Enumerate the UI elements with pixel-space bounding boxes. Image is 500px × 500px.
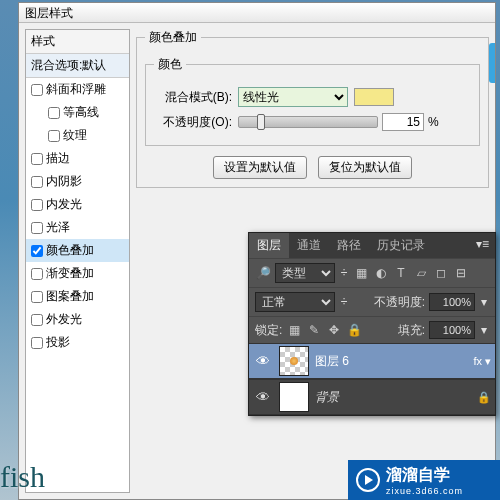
layer-row[interactable]: 👁图层 6fx ▾ bbox=[249, 343, 495, 379]
sidebar-item-7[interactable]: 颜色叠加 bbox=[26, 239, 129, 262]
sidebar-item-0[interactable]: 斜面和浮雕 bbox=[26, 78, 129, 101]
dropdown-arrow-icon: ÷ bbox=[339, 266, 349, 280]
visibility-icon[interactable]: 👁 bbox=[253, 389, 273, 405]
sidebar-item-label: 投影 bbox=[46, 334, 70, 351]
sidebar-item-label: 颜色叠加 bbox=[46, 242, 94, 259]
layer-row[interactable]: 👁背景🔒 bbox=[249, 379, 495, 415]
tab-paths[interactable]: 路径 bbox=[329, 233, 369, 258]
sidebar-checkbox-1[interactable] bbox=[48, 107, 60, 119]
sidebar-header[interactable]: 样式 bbox=[26, 30, 129, 54]
lock-move-icon[interactable]: ✥ bbox=[326, 322, 342, 338]
fill-value[interactable]: 100% bbox=[429, 321, 475, 339]
sidebar-item-1[interactable]: 等高线 bbox=[26, 101, 129, 124]
lock-label: 锁定: bbox=[255, 322, 282, 339]
play-icon bbox=[356, 468, 380, 492]
panel-menu-icon[interactable]: ▾≡ bbox=[470, 233, 495, 258]
layer-thumbnail[interactable] bbox=[279, 346, 309, 376]
sidebar-item-label: 光泽 bbox=[46, 219, 70, 236]
sidebar-item-3[interactable]: 描边 bbox=[26, 147, 129, 170]
group-title: 颜色叠加 bbox=[145, 29, 201, 46]
watermark-url: zixue.3d66.com bbox=[386, 486, 463, 496]
sidebar-checkbox-0[interactable] bbox=[31, 84, 43, 96]
opacity-panel-label: 不透明度: bbox=[374, 294, 425, 311]
sidebar-item-9[interactable]: 图案叠加 bbox=[26, 285, 129, 308]
filter-toggle-icon[interactable]: ⊟ bbox=[453, 265, 469, 281]
sidebar-checkbox-11[interactable] bbox=[31, 337, 43, 349]
right-stripe bbox=[489, 43, 495, 83]
sidebar-item-4[interactable]: 内阴影 bbox=[26, 170, 129, 193]
sidebar-checkbox-7[interactable] bbox=[31, 245, 43, 257]
style-sidebar: 样式 混合选项:默认 斜面和浮雕等高线纹理描边内阴影内发光光泽颜色叠加渐变叠加图… bbox=[25, 29, 130, 493]
search-icon[interactable]: 🔎 bbox=[255, 265, 271, 281]
fx-icon[interactable]: fx ▾ bbox=[473, 355, 491, 368]
sidebar-checkbox-8[interactable] bbox=[31, 268, 43, 280]
watermark-brand: 溜溜自学 bbox=[386, 465, 463, 486]
filter-smart-icon[interactable]: ◻ bbox=[433, 265, 449, 281]
sidebar-item-label: 图案叠加 bbox=[46, 288, 94, 305]
opacity-label: 不透明度(O): bbox=[154, 114, 232, 131]
watermark: 溜溜自学 zixue.3d66.com bbox=[348, 460, 500, 500]
blend-mode-panel-select[interactable]: 正常 bbox=[255, 292, 335, 312]
filter-adjust-icon[interactable]: ◐ bbox=[373, 265, 389, 281]
reset-default-button[interactable]: 复位为默认值 bbox=[318, 156, 412, 179]
filter-shape-icon[interactable]: ▱ bbox=[413, 265, 429, 281]
fish-logo: fish bbox=[0, 460, 45, 494]
lock-brush-icon[interactable]: ✎ bbox=[306, 322, 322, 338]
layers-list: 👁图层 6fx ▾👁背景🔒 bbox=[249, 343, 495, 415]
sidebar-checkbox-2[interactable] bbox=[48, 130, 60, 142]
color-group-title: 颜色 bbox=[154, 56, 186, 73]
sidebar-checkbox-5[interactable] bbox=[31, 199, 43, 211]
layer-thumbnail[interactable] bbox=[279, 382, 309, 412]
sidebar-item-10[interactable]: 外发光 bbox=[26, 308, 129, 331]
opacity-panel-value[interactable]: 100% bbox=[429, 293, 475, 311]
sidebar-item-label: 内发光 bbox=[46, 196, 82, 213]
sidebar-item-label: 描边 bbox=[46, 150, 70, 167]
window-title: 图层样式 bbox=[19, 3, 495, 23]
layer-name[interactable]: 背景 bbox=[315, 389, 471, 406]
sidebar-item-label: 外发光 bbox=[46, 311, 82, 328]
color-overlay-group: 颜色叠加 颜色 混合模式(B): 线性光 不透明度(O): 15 % bbox=[136, 29, 489, 188]
sidebar-item-label: 斜面和浮雕 bbox=[46, 81, 106, 98]
blend-mode-select[interactable]: 线性光 bbox=[238, 87, 348, 107]
layers-panel: 图层 通道 路径 历史记录 ▾≡ 🔎 类型 ÷ ▦ ◐ T ▱ ◻ ⊟ 正常 ÷… bbox=[248, 232, 496, 416]
sidebar-blend-default[interactable]: 混合选项:默认 bbox=[26, 54, 129, 78]
sidebar-checkbox-4[interactable] bbox=[31, 176, 43, 188]
sidebar-item-2[interactable]: 纹理 bbox=[26, 124, 129, 147]
filter-image-icon[interactable]: ▦ bbox=[353, 265, 369, 281]
opacity-unit: % bbox=[428, 115, 439, 129]
sidebar-item-label: 渐变叠加 bbox=[46, 265, 94, 282]
sidebar-checkbox-9[interactable] bbox=[31, 291, 43, 303]
filter-kind-select[interactable]: 类型 bbox=[275, 263, 335, 283]
blend-mode-label: 混合模式(B): bbox=[154, 89, 232, 106]
lock-all-icon[interactable]: 🔒 bbox=[346, 322, 362, 338]
lock-pixels-icon[interactable]: ▦ bbox=[286, 322, 302, 338]
sidebar-item-label: 纹理 bbox=[63, 127, 87, 144]
layer-name[interactable]: 图层 6 bbox=[315, 353, 467, 370]
sidebar-checkbox-3[interactable] bbox=[31, 153, 43, 165]
sidebar-item-label: 等高线 bbox=[63, 104, 99, 121]
color-swatch[interactable] bbox=[354, 88, 394, 106]
sidebar-item-label: 内阴影 bbox=[46, 173, 82, 190]
fill-label: 填充: bbox=[398, 322, 425, 339]
tab-history[interactable]: 历史记录 bbox=[369, 233, 433, 258]
visibility-icon[interactable]: 👁 bbox=[253, 353, 273, 369]
opacity-value[interactable]: 15 bbox=[382, 113, 424, 131]
set-default-button[interactable]: 设置为默认值 bbox=[213, 156, 307, 179]
sidebar-checkbox-6[interactable] bbox=[31, 222, 43, 234]
panel-tabs: 图层 通道 路径 历史记录 ▾≡ bbox=[249, 233, 495, 258]
lock-icon: 🔒 bbox=[477, 391, 491, 404]
sidebar-item-8[interactable]: 渐变叠加 bbox=[26, 262, 129, 285]
sidebar-item-5[interactable]: 内发光 bbox=[26, 193, 129, 216]
sidebar-item-6[interactable]: 光泽 bbox=[26, 216, 129, 239]
tab-layers[interactable]: 图层 bbox=[249, 233, 289, 258]
sidebar-checkbox-10[interactable] bbox=[31, 314, 43, 326]
tab-channels[interactable]: 通道 bbox=[289, 233, 329, 258]
filter-type-icon[interactable]: T bbox=[393, 265, 409, 281]
sidebar-item-11[interactable]: 投影 bbox=[26, 331, 129, 354]
color-group: 颜色 混合模式(B): 线性光 不透明度(O): 15 % bbox=[145, 56, 480, 146]
slider-thumb[interactable] bbox=[257, 114, 265, 130]
opacity-slider[interactable] bbox=[238, 116, 378, 128]
